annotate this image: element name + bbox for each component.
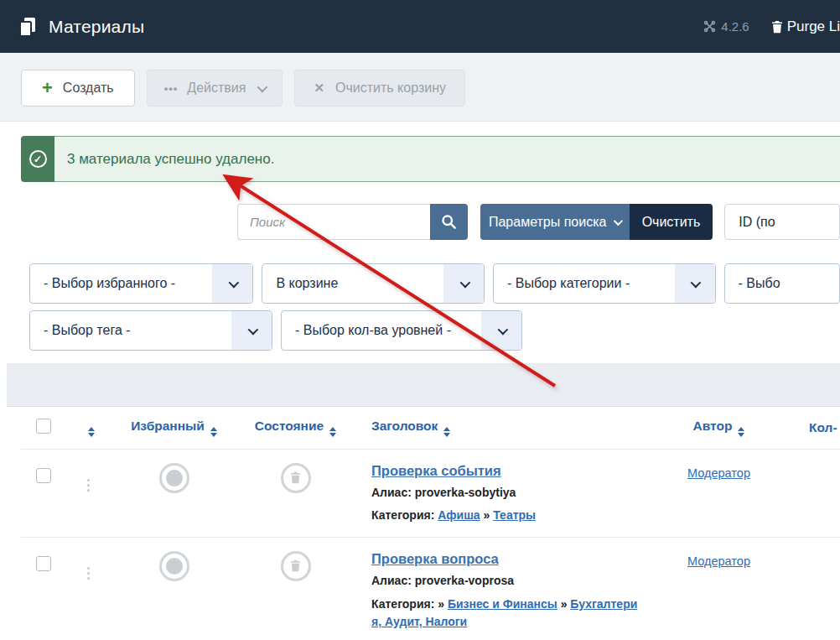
chevron-down-icon bbox=[675, 264, 715, 303]
filters: - Выбор избранного - В корзине - Выбор к… bbox=[29, 263, 840, 351]
table-row: Проверка вопроса Алиас: proverka-voprosa… bbox=[21, 537, 840, 640]
trashed-state-icon[interactable] bbox=[281, 551, 311, 581]
alert-message: 3 материала успешно удалено. bbox=[67, 151, 274, 168]
create-label: Создать bbox=[63, 81, 114, 96]
page: Материалы 4.2.6 Purge Li bbox=[0, 0, 840, 640]
category-link[interactable]: Театры bbox=[493, 508, 536, 522]
actions-label: Действия bbox=[187, 81, 246, 96]
search-params-button[interactable]: Параметры поиска bbox=[480, 204, 630, 240]
search-params-label: Параметры поиска bbox=[489, 215, 606, 230]
author-link[interactable]: Модератор bbox=[687, 466, 750, 480]
search-button[interactable] bbox=[430, 204, 468, 240]
filter-featured-select[interactable]: - Выбор избранного - bbox=[29, 263, 253, 304]
hits-header-label: Кол- bbox=[809, 420, 837, 434]
table-header-row: Избранный Состояние Заголовок Автор Кол- bbox=[21, 407, 840, 449]
version-label: 4.2.6 bbox=[721, 19, 749, 34]
trash-icon bbox=[770, 19, 785, 34]
sort-icon bbox=[329, 427, 336, 437]
table-row: Проверка события Алиас: proverka-sobytiy… bbox=[21, 449, 840, 537]
plus-icon: + bbox=[42, 79, 53, 97]
search-icon bbox=[440, 213, 458, 231]
create-button[interactable]: + Создать bbox=[21, 70, 135, 107]
filter-state-value: В корзине bbox=[262, 276, 338, 291]
filter-tag-value: - Выбор тега - bbox=[30, 323, 131, 338]
article-alias: Алиас: proverka-sobytiya bbox=[371, 484, 647, 502]
alias-value: proverka-sobytiya bbox=[415, 486, 516, 499]
chevron-down-icon bbox=[257, 81, 268, 92]
category-prefix: » bbox=[438, 597, 444, 611]
joomla-version: 4.2.6 bbox=[703, 19, 749, 34]
empty-trash-button[interactable]: ✕ Очистить корзину bbox=[294, 70, 465, 107]
featured-sort-header[interactable]: Избранный bbox=[105, 407, 243, 449]
ellipsis-icon: ••• bbox=[164, 82, 179, 95]
sort-icon bbox=[443, 427, 450, 437]
actions-button[interactable]: ••• Действия bbox=[147, 70, 283, 107]
success-alert: ✓ 3 материала успешно удалено. bbox=[21, 136, 840, 182]
filter-state-select[interactable]: В корзине bbox=[262, 263, 485, 304]
article-category: Категория: Афиша » Театры bbox=[371, 507, 647, 525]
x-icon: ✕ bbox=[314, 81, 324, 96]
author-header-label: Автор bbox=[693, 419, 733, 433]
chevron-down-icon bbox=[443, 264, 484, 303]
top-header: Материалы 4.2.6 Purge Li bbox=[0, 0, 840, 53]
filter-access-select[interactable]: - Выбо bbox=[724, 263, 840, 304]
author-link[interactable]: Модератор bbox=[687, 554, 750, 568]
chevron-down-icon bbox=[212, 264, 252, 303]
order-sort-header[interactable] bbox=[71, 407, 105, 449]
category-link[interactable]: Бизнес и Финансы bbox=[448, 597, 557, 611]
category-label: Категория: bbox=[371, 597, 434, 611]
ordering-value: ID (по bbox=[739, 215, 775, 230]
toolbar: + Создать ••• Действия ✕ Очистить корзин… bbox=[0, 53, 840, 122]
purge-link[interactable]: Purge Li bbox=[770, 18, 840, 35]
filter-category-select[interactable]: - Выбор категории - bbox=[493, 263, 716, 304]
row-checkbox[interactable] bbox=[36, 468, 51, 483]
articles-icon bbox=[17, 16, 39, 38]
filter-levels-value: - Выбор кол-ва уровней - bbox=[282, 323, 451, 338]
check-circle-icon: ✓ bbox=[29, 150, 47, 168]
articles-table: Избранный Состояние Заголовок Автор Кол- bbox=[21, 407, 840, 640]
article-alias: Алиас: proverka-voprosa bbox=[371, 572, 647, 591]
filter-row-2: - Выбор тега - - Выбор кол-ва уровней - bbox=[29, 310, 840, 351]
purge-label: Purge Li bbox=[787, 18, 840, 35]
sort-icon bbox=[88, 427, 95, 437]
clear-button[interactable]: Очистить bbox=[630, 204, 713, 240]
filter-levels-select[interactable]: - Выбор кол-ва уровней - bbox=[281, 310, 522, 351]
article-title-link[interactable]: Проверка события bbox=[371, 463, 501, 478]
filter-access-value: - Выбо bbox=[725, 276, 780, 291]
article-category: Категория: » Бизнес и Финансы » Бухгалте… bbox=[371, 596, 647, 632]
alias-label: Алиас: bbox=[371, 486, 412, 499]
row-checkbox[interactable] bbox=[36, 556, 51, 571]
search-input[interactable] bbox=[237, 204, 430, 240]
alias-value: proverka-voprosa bbox=[415, 574, 514, 587]
chevron-down-icon bbox=[231, 311, 272, 350]
article-title: Проверка вопроса bbox=[371, 551, 647, 567]
alert-body: 3 материала успешно удалено. bbox=[54, 136, 840, 182]
featured-toggle-icon[interactable] bbox=[159, 551, 189, 581]
category-separator: » bbox=[484, 508, 490, 522]
category-label: Категория: bbox=[371, 508, 434, 522]
clear-label: Очистить bbox=[642, 215, 701, 229]
sort-icon bbox=[210, 427, 217, 437]
filter-tag-select[interactable]: - Выбор тега - bbox=[29, 310, 272, 351]
ordering-select[interactable]: ID (по bbox=[724, 204, 840, 240]
title-sort-header[interactable]: Заголовок bbox=[348, 407, 654, 449]
author-sort-header[interactable]: Автор bbox=[654, 407, 784, 449]
trashed-state-icon[interactable] bbox=[281, 463, 311, 493]
filter-panel-footer bbox=[7, 363, 840, 407]
drag-handle-icon[interactable] bbox=[87, 479, 90, 492]
select-all-checkbox[interactable] bbox=[36, 419, 51, 434]
category-separator: » bbox=[561, 597, 568, 611]
drag-handle-icon[interactable] bbox=[87, 567, 90, 580]
alias-label: Алиас: bbox=[371, 574, 412, 587]
sort-icon bbox=[738, 427, 744, 437]
filter-row-1: - Выбор избранного - В корзине - Выбор к… bbox=[29, 263, 840, 304]
alert-icon-block: ✓ bbox=[21, 136, 54, 182]
featured-toggle-icon[interactable] bbox=[159, 463, 189, 493]
state-header-label: Состояние bbox=[255, 419, 324, 433]
filter-category-value: - Выбор категории - bbox=[494, 276, 630, 291]
category-link[interactable]: Афиша bbox=[438, 508, 480, 522]
chevron-down-icon bbox=[481, 311, 521, 350]
article-title-link[interactable]: Проверка вопроса bbox=[371, 551, 499, 566]
state-sort-header[interactable]: Состояние bbox=[243, 407, 348, 449]
joomla-logo-icon bbox=[703, 20, 716, 33]
